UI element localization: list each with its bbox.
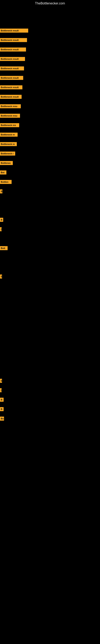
bottleneck-result-bar: | (0, 388, 1, 392)
bottleneck-result-bar: Bottleneck resu (0, 104, 21, 108)
bottleneck-result-bar: Bott (0, 246, 8, 250)
bottleneck-result-bar: Bottleneck res (0, 123, 19, 127)
bottleneck-result-bar: Bot (0, 170, 6, 174)
bottleneck-result-bar: Bottleneck result (0, 85, 22, 89)
bottleneck-result-bar: Bottleneck result (0, 66, 24, 70)
site-title: TheBottlenecker.com (35, 2, 65, 5)
bottleneck-result-bar: B (0, 398, 3, 402)
bottleneck-result-bar: B (0, 218, 3, 222)
bottleneck-result-bar: | (0, 227, 1, 231)
bottleneck-result-bar: Bottleneck result (0, 38, 27, 42)
bottleneck-result-bar: Bottleneck resu (0, 114, 20, 118)
bottleneck-result-bar: Bottleneck r (0, 152, 15, 156)
bottleneck-result-bar: Bottlen (0, 180, 12, 184)
bottleneck-result-bar: B (0, 190, 2, 194)
bottleneck-result-bar: Bottleneck re (0, 132, 18, 137)
bottleneck-result-bar: Bottleneck result (0, 76, 23, 80)
bottleneck-result-bar: Bottleneck result (0, 57, 25, 61)
bottleneck-result-bar: B (0, 407, 3, 411)
bottleneck-result-bar: Bottleneck result (0, 28, 28, 32)
bottleneck-result-bar: Bottleneck result (0, 48, 26, 52)
bottleneck-result-bar: Bo (0, 416, 4, 420)
bottleneck-result-bar: Bottleneck result (0, 95, 22, 99)
bottleneck-result-bar: Bottleneck re (0, 142, 17, 146)
bottleneck-result-bar: Bottlenec (0, 161, 13, 165)
bottleneck-result-bar: E (0, 379, 2, 383)
bottleneck-result-bar: E (0, 274, 2, 278)
